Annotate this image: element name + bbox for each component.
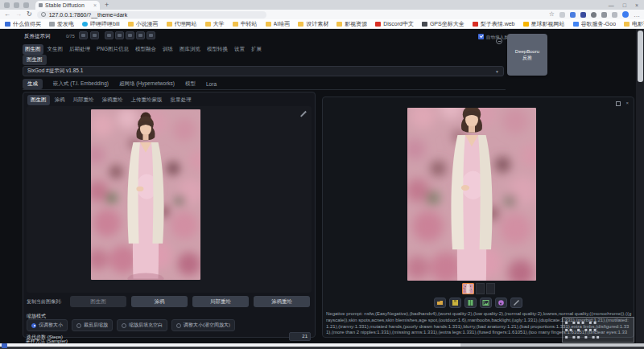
bookmark-item[interactable]: 小说漫画	[128, 20, 159, 28]
network-tab[interactable]: Lora	[206, 80, 217, 88]
site-info-icon[interactable]: i	[41, 12, 46, 17]
bookmark-item[interactable]: 谷歌服务-Goo	[573, 20, 617, 28]
extra-networks-button[interactable]	[126, 31, 134, 39]
send-image-button[interactable]	[480, 298, 492, 308]
img2img-mode-tab[interactable]: 上传重绘蒙版	[128, 95, 166, 105]
browser-tab[interactable]: Stable Diffusion ×	[35, 1, 100, 10]
plugin-dropdown[interactable]: SixGod #提示词 v1.85.1 ▼	[23, 66, 504, 76]
bookmark-item[interactable]: Discord中文	[375, 20, 414, 28]
favorite-star-icon[interactable]: ☆	[549, 10, 555, 18]
vertical-scrollbar-thumb[interactable]	[638, 31, 643, 82]
bookmark-item[interactable]: GPS坐标大全	[422, 20, 464, 28]
extension-icon[interactable]	[559, 12, 565, 18]
close-icon[interactable]: ×	[625, 101, 629, 105]
extension-icon[interactable]	[612, 12, 617, 18]
bookmark-item[interactable]: 梨子表情.web	[473, 20, 515, 28]
img2img-mode-tab[interactable]: 局部重绘	[70, 95, 97, 105]
bookmark-icon	[375, 22, 381, 27]
bookmark-item[interactable]: 星球影视网站	[523, 20, 565, 28]
result-image[interactable]	[407, 108, 536, 281]
main-tab[interactable]: 扩展	[249, 44, 264, 55]
forward-icon[interactable]: →	[15, 10, 22, 18]
extension-icon[interactable]	[570, 12, 576, 18]
back-icon[interactable]: ←	[4, 10, 10, 18]
resize-mode-radio[interactable]: 缩放后填充空白	[117, 319, 167, 331]
source-image[interactable]	[91, 109, 200, 280]
auto-fill-checkbox[interactable]	[478, 34, 484, 39]
main-tab[interactable]: 模型转换	[204, 44, 230, 55]
steps-value-input[interactable]: 21	[289, 332, 311, 341]
tab-close-icon[interactable]: ×	[93, 2, 97, 8]
taskbar-app-icon[interactable]	[2, 343, 7, 348]
copy-to-button[interactable]: 图生图	[70, 296, 126, 307]
url-field[interactable]: i 127.0.0.1:7860/?__theme=dark	[37, 11, 266, 18]
bookmark-item[interactable]: 影视资源	[336, 20, 367, 28]
network-tab[interactable]: 模型	[185, 79, 196, 89]
main-tab[interactable]: 设置	[232, 44, 247, 55]
copy-to-button[interactable]: 局部重绘	[192, 296, 249, 307]
img2img-mode-tab[interactable]: 批量处理	[167, 95, 195, 105]
source-image-canvas[interactable]	[27, 106, 312, 293]
undo-button[interactable]	[79, 31, 88, 39]
resize-mode-radio[interactable]: 仅调整大小	[27, 319, 68, 331]
save-zip-button[interactable]	[464, 298, 477, 308]
bookmark-item[interactable]: 中转站	[233, 20, 258, 28]
copy-to-button[interactable]: 涂鸦重绘	[254, 296, 310, 307]
save-style-button[interactable]	[147, 31, 155, 39]
collapse-icon[interactable]	[496, 38, 502, 44]
main-tab[interactable]: 训练	[160, 44, 175, 55]
vertical-scrollbar[interactable]	[636, 29, 644, 343]
img2img-mode-tab[interactable]: 涂鸦重绘	[99, 95, 126, 105]
tab-search-icon[interactable]	[14, 2, 19, 8]
edit-pencil-icon[interactable]	[300, 110, 307, 117]
img2img-mode-tab[interactable]: 涂鸦	[52, 95, 68, 105]
bookmark-item[interactable]: 设计素材	[298, 20, 328, 28]
clear-prompt-button[interactable]	[115, 31, 124, 39]
browser-menu-icon[interactable]: …	[634, 11, 640, 18]
gallery-thumbnail[interactable]	[486, 283, 495, 294]
extension-icon[interactable]	[601, 12, 607, 18]
profile-avatar[interactable]	[622, 11, 629, 18]
apply-style-button[interactable]	[136, 31, 145, 39]
sub-tab[interactable]: 图生图	[23, 55, 47, 65]
main-tab[interactable]: PNG图片信息	[94, 44, 131, 55]
network-tab[interactable]: 嵌入式 (T.I. Embedding)	[53, 79, 109, 89]
resize-mode-radio[interactable]: 调整大小(潜空间放大)	[171, 319, 235, 331]
bookmark-item[interactable]: 哔哩哔哩bili	[82, 20, 120, 28]
bookmark-item[interactable]: 电影资源	[624, 20, 644, 28]
refresh-icon[interactable]: ↻	[27, 10, 32, 18]
network-tab[interactable]: 生成	[23, 79, 43, 89]
paste-params-button[interactable]	[105, 31, 114, 39]
copy-to-button[interactable]: 涂鸦	[131, 296, 188, 307]
redo-button[interactable]	[90, 31, 99, 39]
interrogate-deepbooru-button[interactable]: DeepBooru 反推	[507, 34, 547, 76]
close-button[interactable]: ×	[635, 2, 638, 8]
main-tab[interactable]: 图库浏览	[177, 44, 203, 55]
bookmark-item[interactable]: 爱发电	[49, 20, 74, 28]
workspace-icon[interactable]	[4, 2, 10, 8]
extension-icon[interactable]	[580, 12, 586, 18]
main-tab[interactable]: 后期处理	[67, 44, 93, 55]
main-tab[interactable]: 图生图	[23, 44, 43, 55]
main-tab[interactable]: 模型融合	[133, 44, 159, 55]
network-tab[interactable]: 超网络 (Hypernetworks)	[119, 79, 175, 89]
gallery-thumbnail-selected[interactable]	[462, 283, 474, 294]
img2img-mode-tab[interactable]: 图生图	[27, 95, 50, 105]
bookmark-item[interactable]: 大学	[205, 20, 225, 28]
tab-actions-icon[interactable]	[23, 2, 29, 8]
resize-mode-radio[interactable]: 裁剪后缩放	[72, 319, 113, 331]
save-button[interactable]	[449, 298, 461, 308]
ruler-button[interactable]	[510, 298, 522, 308]
bookmark-item[interactable]: 代理网站	[167, 20, 197, 28]
open-folder-button[interactable]	[434, 298, 446, 308]
maximize-button[interactable]: □	[623, 2, 626, 8]
palette-button[interactable]	[495, 298, 507, 308]
extension-icon[interactable]	[591, 12, 597, 18]
bookmark-item[interactable]: 什么值得买	[5, 20, 41, 28]
bookmark-item[interactable]: AI绘画	[266, 20, 291, 28]
minimize-button[interactable]: —	[609, 2, 614, 8]
fullscreen-icon[interactable]	[616, 101, 621, 106]
new-tab-button[interactable]: +	[105, 2, 109, 9]
gallery-thumbnail[interactable]	[476, 283, 485, 294]
main-tab[interactable]: 文生图	[45, 44, 66, 55]
